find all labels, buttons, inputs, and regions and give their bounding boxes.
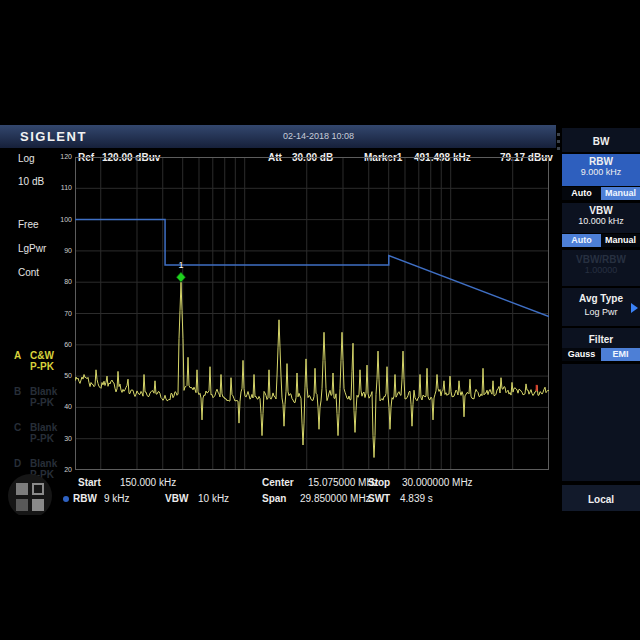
rbw-auto-option[interactable]: Auto	[562, 187, 601, 200]
y-tick-100: 100	[0, 216, 72, 223]
span-value: 29.850000 MHz	[300, 493, 371, 504]
vbw-label: VBW	[165, 493, 188, 504]
menu-title: BW	[562, 128, 640, 152]
y-tick-30: 30	[0, 435, 72, 442]
start-value: 150.000 kHz	[120, 477, 176, 488]
rbw-manual-option[interactable]: Manual	[601, 187, 640, 200]
vbw-manual-option[interactable]: Manual	[601, 234, 640, 247]
rbw-coupled-dot	[63, 496, 69, 502]
softkey-rbw[interactable]: RBW 9.000 kHz	[562, 154, 640, 186]
softkey-vbw-rbw-ratio: VBW/RBW 1.00000	[562, 250, 640, 286]
y-tick-20: 20	[0, 466, 72, 473]
y-tick-50: 50	[0, 372, 72, 379]
filter-emi-option[interactable]: EMI	[601, 348, 640, 361]
y-tick-110: 110	[0, 184, 72, 191]
span-label: Span	[262, 493, 286, 504]
marker-1-diamond[interactable]	[176, 272, 185, 282]
filter-toggle[interactable]: Gauss EMI	[562, 348, 640, 361]
vbw-auto-manual-toggle[interactable]: Auto Manual	[562, 234, 640, 247]
softkey-menu: BW RBW 9.000 kHz Auto Manual VBW 10.000 …	[556, 125, 640, 515]
y-tick-40: 40	[0, 403, 72, 410]
local-button[interactable]: Local	[562, 485, 640, 511]
spectrum-plot: 1	[75, 157, 549, 470]
vbw-value: 10 kHz	[198, 493, 229, 504]
y-tick-80: 80	[0, 278, 72, 285]
analyzer-screen: SIGLENT 02-14-2018 10:08 Ref 120.00 dBuv…	[0, 125, 640, 515]
sweep-label: Cont	[18, 267, 39, 278]
stop-value: 30.000000 MHz	[402, 477, 473, 488]
swt-value: 4.839 s	[400, 493, 433, 504]
swt-label: SWT	[368, 493, 390, 504]
touch-menu-icon[interactable]	[8, 474, 52, 515]
vbw-auto-option[interactable]: Auto	[562, 234, 601, 247]
softkey-avg-type[interactable]: Avg Type Log Pwr	[562, 288, 640, 326]
top-bar: SIGLENT 02-14-2018 10:08	[0, 125, 556, 148]
start-label: Start	[78, 477, 101, 488]
y-tick-70: 70	[0, 310, 72, 317]
stop-label: Stop	[368, 477, 390, 488]
siglent-logo: SIGLENT	[20, 129, 87, 144]
datetime: 02-14-2018 10:08	[283, 131, 354, 141]
rbw-value: 9 kHz	[104, 493, 130, 504]
y-tick-90: 90	[0, 247, 72, 254]
softkey-filter[interactable]: Filter	[562, 328, 640, 348]
center-label: Center	[262, 477, 294, 488]
y-tick-120: 120	[0, 153, 72, 160]
menu-filler	[562, 364, 640, 481]
marker-1-label: 1	[178, 260, 183, 270]
y-tick-60: 60	[0, 341, 72, 348]
filter-gauss-option[interactable]: Gauss	[562, 348, 601, 361]
trace-status-a: AC&WP-PK	[14, 350, 54, 372]
rbw-auto-manual-toggle[interactable]: Auto Manual	[562, 187, 640, 200]
rbw-label: RBW	[73, 493, 97, 504]
softkey-vbw[interactable]: VBW 10.000 kHz	[562, 203, 640, 233]
submenu-arrow-icon	[631, 303, 638, 313]
